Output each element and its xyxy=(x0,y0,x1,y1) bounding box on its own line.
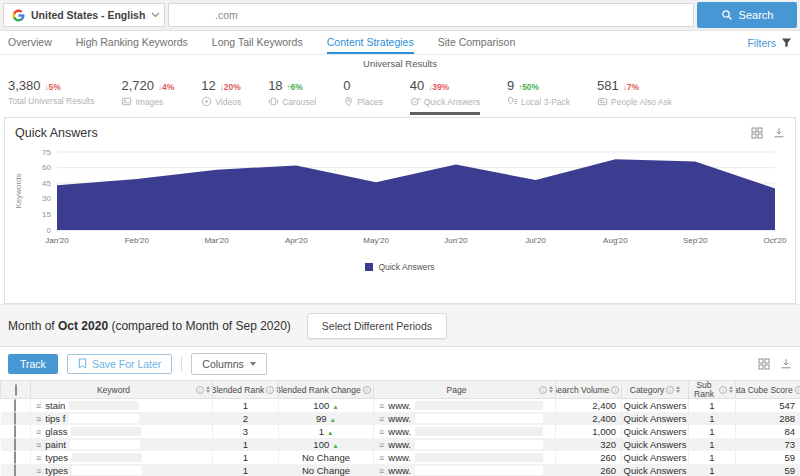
select-different-periods-button[interactable]: Select Different Periods xyxy=(307,313,447,339)
tab-long-tail-keywords[interactable]: Long Tail Keywords xyxy=(212,31,303,54)
info-icon[interactable]: i xyxy=(611,386,619,394)
redacted-text xyxy=(415,427,543,436)
table-row: ≡paint1100▲≡www.320Quick Answers173 xyxy=(1,438,800,451)
svg-text:Keywords: Keywords xyxy=(14,173,23,208)
header-category[interactable]: Categoryi xyxy=(622,381,689,399)
svg-text:May'20: May'20 xyxy=(363,236,389,245)
app-root: United States - English Search OverviewH… xyxy=(0,0,800,476)
sort-icon[interactable] xyxy=(729,386,733,393)
keyword-cell[interactable]: ≡stain xyxy=(31,399,213,413)
drag-handle-icon[interactable]: ≡ xyxy=(36,401,41,411)
keyword-cell[interactable]: ≡glass xyxy=(31,425,213,438)
stat-change: ↓39% xyxy=(428,82,449,92)
stat-images[interactable]: 2,720↓4%Images xyxy=(121,78,174,112)
sort-icon[interactable] xyxy=(206,386,210,393)
stat-value: 3,380 xyxy=(8,78,41,93)
page-cell[interactable]: ≡www. xyxy=(374,451,556,464)
drag-handle-icon[interactable]: ≡ xyxy=(379,466,384,476)
track-button[interactable]: Track xyxy=(8,354,58,374)
info-icon[interactable]: i xyxy=(795,386,800,394)
columns-dropdown[interactable]: Columns xyxy=(191,353,266,375)
drag-handle-icon[interactable]: ≡ xyxy=(379,440,384,450)
sub-rank-cell: 1 xyxy=(689,425,736,438)
download-icon[interactable] xyxy=(780,358,792,370)
tab-content-strategies[interactable]: Content Strategies xyxy=(327,31,414,54)
page-cell[interactable]: ≡www. xyxy=(374,425,556,438)
drag-handle-icon[interactable]: ≡ xyxy=(36,427,41,437)
page-cell[interactable]: ≡www. xyxy=(374,464,556,476)
page-text: www. xyxy=(388,465,411,476)
page-cell[interactable]: ≡www. xyxy=(374,399,556,413)
page-cell[interactable]: ≡www. xyxy=(374,438,556,451)
header-select-all[interactable] xyxy=(1,381,31,399)
drag-handle-icon[interactable]: ≡ xyxy=(36,466,41,476)
keyword-cell[interactable]: ≡types xyxy=(31,451,213,464)
sort-icon[interactable] xyxy=(676,386,680,393)
domain-input[interactable] xyxy=(168,3,694,27)
download-icon[interactable] xyxy=(773,127,785,139)
subtab-universal-results[interactable]: Universal Results xyxy=(363,58,437,69)
search-button[interactable]: Search xyxy=(697,2,797,28)
tab-overview[interactable]: Overview xyxy=(8,31,52,54)
keyword-cell[interactable]: ≡types xyxy=(31,464,213,476)
info-icon[interactable]: i xyxy=(196,386,204,394)
toolbar-divider xyxy=(181,356,182,372)
row-checkbox[interactable] xyxy=(14,451,16,464)
drag-handle-icon[interactable]: ≡ xyxy=(36,414,41,424)
filters-button[interactable]: Filters xyxy=(747,31,792,54)
blended-rank-change-cell: No Change xyxy=(279,451,374,464)
keyword-cell[interactable]: ≡tips f xyxy=(31,412,213,425)
select-all-checkbox[interactable] xyxy=(15,384,17,396)
row-checkbox[interactable] xyxy=(14,399,16,412)
info-icon[interactable]: i xyxy=(266,386,274,394)
blended-rank-cell: 1 xyxy=(213,399,279,413)
tab-site-comparison[interactable]: Site Comparison xyxy=(438,31,516,54)
stat-quick-answers[interactable]: 40↓39%Quick Answers xyxy=(410,78,480,115)
stat-local-3-pack[interactable]: 9↑50%Local 3-Pack xyxy=(507,78,570,112)
info-icon[interactable]: i xyxy=(363,386,371,394)
stat-videos[interactable]: 12↓20%Videos xyxy=(201,78,241,112)
row-checkbox[interactable] xyxy=(14,438,16,451)
tab-high-ranking-keywords[interactable]: High Ranking Keywords xyxy=(76,31,188,54)
header-keyword[interactable]: Keywordi xyxy=(31,381,213,399)
header-page[interactable]: Pagei xyxy=(374,381,556,399)
header-blended-rank[interactable]: Blended Ranki xyxy=(213,381,279,399)
svg-text:Mar'20: Mar'20 xyxy=(204,236,229,245)
drag-handle-icon[interactable]: ≡ xyxy=(379,453,384,463)
top-search-bar: United States - English Search xyxy=(0,0,800,31)
drag-handle-icon[interactable]: ≡ xyxy=(36,440,41,450)
sort-icon[interactable] xyxy=(549,386,553,393)
search-engine-select[interactable]: United States - English xyxy=(3,3,165,27)
save-for-later-button[interactable]: Save For Later xyxy=(67,354,172,374)
row-checkbox[interactable] xyxy=(14,464,16,476)
info-icon[interactable]: i xyxy=(539,386,547,394)
page-cell[interactable]: ≡www. xyxy=(374,412,556,425)
add-to-dashboard-icon[interactable] xyxy=(758,358,770,370)
header-sub-rank[interactable]: Sub Ranki xyxy=(689,381,736,399)
stat-total-universal-results[interactable]: 3,380↓5%Total Universal Results xyxy=(8,78,94,111)
keyword-cell[interactable]: ≡paint xyxy=(31,438,213,451)
info-icon[interactable]: i xyxy=(719,386,727,394)
row-checkbox[interactable] xyxy=(14,412,16,425)
drag-handle-icon[interactable]: ≡ xyxy=(379,427,384,437)
header-data-cube-score[interactable]: Data Cube Scorei xyxy=(736,381,800,399)
header-blended-rank-change[interactable]: Blended Rank Changei xyxy=(279,381,374,399)
search-icon xyxy=(721,9,733,21)
rank-up-icon: ▲ xyxy=(332,403,338,410)
drag-handle-icon[interactable]: ≡ xyxy=(379,414,384,424)
page-text: www. xyxy=(388,413,411,424)
stat-people-also-ask[interactable]: 581↓7%People Also Ask xyxy=(597,78,672,112)
drag-handle-icon[interactable]: ≡ xyxy=(379,401,384,411)
stat-carousel[interactable]: 18↑6%Carousel xyxy=(268,78,316,112)
stat-places[interactable]: 0Places xyxy=(343,78,383,112)
add-to-dashboard-icon[interactable] xyxy=(751,127,763,139)
svg-text:Apr'20: Apr'20 xyxy=(285,236,308,245)
quick-answers-icon xyxy=(410,96,421,107)
quick-answers-area-chart: Keywords01530456075Jan'20Feb'20Mar'20Apr… xyxy=(7,144,795,260)
legend-label: Quick Answers xyxy=(378,262,434,272)
drag-handle-icon[interactable]: ≡ xyxy=(36,453,41,463)
blended-rank-cell: 3 xyxy=(213,425,279,438)
info-icon[interactable]: i xyxy=(666,386,674,394)
row-checkbox[interactable] xyxy=(14,425,16,438)
header-search-volume[interactable]: Search Volumei xyxy=(556,381,622,399)
